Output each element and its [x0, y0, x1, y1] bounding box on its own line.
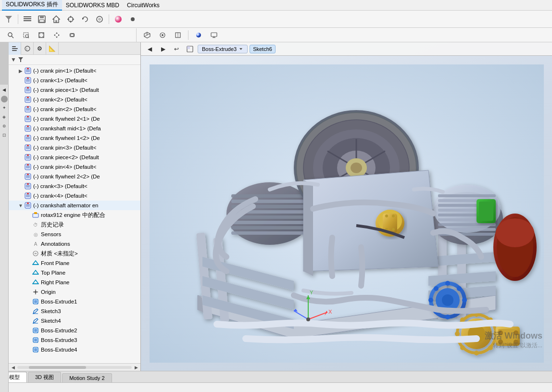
menu-solidworks-mbd[interactable]: SOLIDWORKS MBD [62, 1, 123, 10]
tree-arrow-14[interactable]: ▼ [17, 203, 24, 208]
tb2-rotate3d[interactable] [65, 28, 79, 42]
tb2-pan[interactable] [50, 28, 63, 42]
tree-item-20[interactable]: Front Plane [9, 258, 140, 268]
filter-btn[interactable] [2, 13, 15, 26]
tree-label-15: rotax912 engine 中的配合 [41, 212, 139, 219]
tb2-zoom-fit[interactable] [35, 28, 48, 42]
tb-crosshair[interactable] [64, 13, 77, 26]
tb-list[interactable] [21, 13, 34, 26]
tree-item-24[interactable]: Boss-Extrude1 [9, 297, 140, 306]
3d-viewport[interactable]: ◀ ▶ ↩ Boss-Extrude3 Sketch6 [141, 42, 552, 371]
tree-item-25[interactable]: Sketch3 [9, 306, 140, 316]
tree-label-18: Annotations [41, 241, 139, 247]
side-icon-4[interactable]: ◈ [0, 113, 8, 121]
tree-item-22[interactable]: Right Plane [9, 278, 140, 287]
menu-solidworks-plugin[interactable]: SOLIDWORKS 插件 [2, 0, 62, 11]
tb2-section[interactable] [171, 28, 185, 42]
tree-item-13[interactable]: (-) crank<4> (Default< [9, 191, 140, 201]
tree-arrow-0[interactable]: ▶ [17, 68, 24, 74]
left-tab-dme[interactable]: 📐 [46, 42, 59, 55]
tree-item-7[interactable]: (-) crank flywheel 1<2> (De [9, 133, 140, 143]
tb-color-sphere[interactable] [112, 13, 125, 26]
tb-circle[interactable] [93, 13, 106, 26]
side-icon-1[interactable]: ▶ [0, 87, 8, 94]
tree-label-12: (-) crank<3> (Default< [33, 183, 139, 189]
tree-item-0[interactable]: ▶ (-) crank pin<1> (Default< [9, 66, 140, 76]
cmd-back[interactable]: ◀ [144, 44, 155, 54]
tree-item-9[interactable]: (-) crank piece<2> (Default [9, 152, 140, 162]
svg-rect-112 [438, 223, 496, 226]
tb2-search[interactable] [4, 28, 17, 42]
tree-item-4[interactable]: (-) crank pin<2> (Default< [9, 104, 140, 114]
tb-save[interactable] [35, 13, 49, 26]
tb2-display[interactable] [207, 28, 221, 42]
tree-item-1[interactable]: (-) crank<1> (Default< [9, 76, 140, 85]
tb2-view[interactable] [156, 28, 169, 42]
tree-item-28[interactable]: Boss-Extrude3 [9, 335, 140, 345]
left-tab-property[interactable]: i [21, 42, 34, 55]
cmd-undo[interactable]: ↩ [171, 44, 182, 54]
tree-item-12[interactable]: (-) crank<3> (Default< [9, 181, 140, 191]
tree-item-18[interactable]: AAnnotations [9, 239, 140, 249]
tree-item-15[interactable]: rotax912 engine 中的配合 [9, 210, 140, 220]
tb2-render[interactable] [192, 28, 205, 42]
svg-point-173 [498, 340, 503, 344]
scroll-right[interactable]: ▶ [133, 364, 139, 371]
tree-item-6[interactable]: (-) crankshaft mid<1> (Defa [9, 124, 140, 133]
tree-item-19[interactable]: 材质 <未指定> [9, 249, 140, 258]
tree-item-29[interactable]: Boss-Extrude4 [9, 345, 140, 354]
svg-marker-0 [5, 16, 12, 23]
tree-item-26[interactable]: Sketch4 [9, 316, 140, 326]
svg-point-144 [442, 294, 453, 306]
svg-rect-3 [24, 20, 31, 21]
tree-icon-0 [24, 67, 32, 75]
tree-item-21[interactable]: Top Plane [9, 268, 140, 278]
sketch-tag[interactable]: Sketch6 [250, 45, 276, 53]
feature-tree[interactable]: ▶ (-) crank pin<1> (Default< (-) crank<1… [9, 65, 140, 363]
side-icon-5[interactable]: ⊛ [0, 122, 8, 130]
tb-dot[interactable] [126, 13, 139, 26]
tb2-zoom-region[interactable] [19, 28, 33, 42]
tb2-cube[interactable] [140, 28, 154, 42]
svg-line-35 [144, 35, 147, 37]
tree-item-27[interactable]: Boss-Extrude2 [9, 326, 140, 335]
svg-rect-93 [34, 339, 37, 341]
tb-rotate[interactable] [78, 13, 92, 26]
bottom-tab-motion[interactable]: Motion Study 2 [62, 373, 112, 382]
left-tab-tree[interactable] [9, 42, 21, 55]
tree-item-11[interactable]: (-) crank flywheel 2<2> (De [9, 172, 140, 181]
tree-item-2[interactable]: (-) crank piece<1> (Default [9, 85, 140, 95]
left-tab-config[interactable]: ⚙ [34, 42, 46, 55]
tree-item-14[interactable]: ▼ (-) crankshaft alternator en [9, 201, 140, 210]
tree-icon-8 [24, 144, 32, 152]
side-icon-6[interactable]: ⊡ [0, 131, 8, 139]
tree-h-scrollbar[interactable]: ◀ ▶ [9, 363, 140, 371]
feature-tag[interactable]: Boss-Extrude3 [198, 45, 248, 53]
tree-item-10[interactable]: (-) crank pin<4> (Default< [9, 162, 140, 172]
engine-svg: X Y [150, 64, 544, 363]
cmd-forward[interactable]: ▶ [157, 44, 169, 54]
svg-text:Y: Y [310, 290, 314, 295]
tree-item-3[interactable]: (-) crank<2> (Default< [9, 95, 140, 104]
scroll-left[interactable]: ◀ [10, 364, 16, 371]
sep2 [109, 14, 109, 24]
tree-item-23[interactable]: Origin [9, 287, 140, 297]
side-icon-3[interactable]: ✦ [0, 104, 8, 112]
tree-item-16[interactable]: ⏱历史记录 [9, 220, 140, 229]
tree-icon-9 [24, 153, 32, 161]
menu-circuitworks[interactable]: CircuitWorks [123, 1, 163, 10]
tree-item-17[interactable]: ◎Sensors [9, 229, 140, 239]
scroll-track[interactable] [17, 366, 132, 369]
cmd-3dview[interactable] [184, 44, 196, 54]
tree-item-5[interactable]: (-) crank flywheel 2<1> (De [9, 114, 140, 124]
side-icon-2[interactable] [1, 96, 8, 102]
svg-rect-69 [27, 154, 29, 156]
tree-icon-16: ⏱ [32, 221, 39, 228]
bottom-tab-3dview[interactable]: 3D 视图 [28, 372, 61, 382]
tb-home[interactable] [50, 13, 63, 26]
svg-rect-5 [40, 16, 44, 18]
tree-label-5: (-) crank flywheel 2<1> (De [33, 116, 139, 122]
tree-item-8[interactable]: (-) crank pin<3> (Default< [9, 143, 140, 152]
svg-point-155 [496, 218, 534, 247]
tree-label-16: 历史记录 [41, 221, 139, 228]
